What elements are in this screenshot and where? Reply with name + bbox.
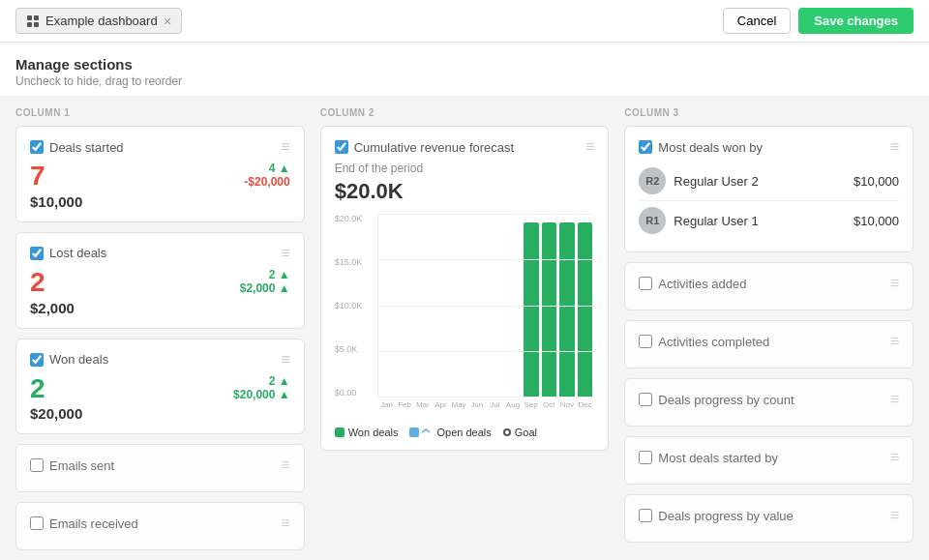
won-deals-drag[interactable]: ≡ [281, 351, 289, 368]
open-deals-icon [421, 427, 433, 437]
legend-open-deals: Open deals [409, 427, 491, 438]
bar-aug [506, 214, 522, 397]
period-label: End of the period [335, 162, 595, 175]
column-2: COLUMN 2 Cumulative revenue forecast ≡ E… [313, 107, 617, 560]
revenue-forecast-checkbox[interactable] [335, 140, 348, 154]
section-header: Manage sections Uncheck to hide, drag to… [0, 43, 929, 96]
won-deals-value: $20,000 [30, 405, 82, 422]
cancel-button[interactable]: Cancel [723, 8, 791, 34]
chart-y-axis: $20.0K $15.0K $10.0K $5.0K $0.00 [335, 214, 377, 417]
emails-sent-checkbox[interactable] [30, 458, 44, 472]
dashboard-icon [26, 15, 40, 28]
bar-mar [416, 214, 432, 397]
chart-legend: Won deals Open deals Goal [335, 427, 595, 438]
most-deals-started-drag[interactable]: ≡ [890, 449, 899, 466]
deals-started-checkbox[interactable] [30, 140, 44, 154]
revenue-forecast-card: Cumulative revenue forecast ≡ End of the… [320, 126, 610, 451]
bar-dec [578, 214, 593, 397]
column-3: COLUMN 3 Most deals won by ≡ R2 Regular … [616, 107, 914, 560]
activities-completed-title: Activities completed [658, 335, 769, 349]
won-deals-stat-count: 2 ▲ [233, 374, 290, 388]
most-deals-started-title: Most deals started by [658, 451, 778, 465]
bar-jun [469, 214, 485, 397]
svg-rect-0 [27, 15, 32, 20]
bar-jan [380, 214, 396, 397]
most-deals-won-title: Most deals won by [658, 140, 763, 155]
won-deals-card: Won deals ≡ 2 $20,000 2 ▲ $20,000 ▲ [15, 339, 305, 435]
deals-started-value: $10,000 [30, 193, 82, 210]
won-deals-title: Won deals [49, 352, 108, 367]
deals-started-count: 7 [30, 162, 82, 192]
deals-started-card: Deals started ≡ 7 $10,000 4 ▲ -$20,000 [15, 126, 305, 222]
emails-sent-drag[interactable]: ≡ [281, 457, 289, 474]
columns-area: COLUMN 1 Deals started ≡ 7 $10,000 4 ▲ [0, 96, 929, 560]
deals-progress-count-title: Deals progress by count [658, 393, 794, 407]
deals-progress-count-card: Deals progress by count ≡ [624, 378, 914, 427]
user-name-r2: Regular User 2 [674, 174, 758, 189]
most-deals-started-card: Most deals started by ≡ [624, 436, 914, 485]
dashboard-tab[interactable]: Example dashboard × [15, 8, 182, 34]
emails-received-card: Emails received ≡ [15, 502, 305, 550]
lost-deals-checkbox[interactable] [30, 247, 44, 260]
lost-deals-card: Lost deals ≡ 2 $2,000 2 ▲ $2,000 ▲ [15, 232, 305, 329]
emails-received-title: Emails received [49, 516, 138, 531]
won-deals-checkbox[interactable] [30, 353, 44, 367]
bar-may [452, 214, 467, 397]
bar-apr [434, 214, 449, 397]
col2-label: COLUMN 2 [320, 107, 610, 118]
lost-deals-count: 2 [30, 268, 75, 298]
lost-deals-drag[interactable]: ≡ [281, 245, 289, 262]
deals-started-title: Deals started [49, 140, 124, 155]
deals-progress-value-drag[interactable]: ≡ [890, 507, 899, 524]
activities-completed-checkbox[interactable] [639, 335, 652, 348]
activities-completed-drag[interactable]: ≡ [890, 333, 899, 350]
deals-progress-value-title: Deals progress by value [658, 509, 793, 523]
won-deals-count: 2 [30, 374, 82, 404]
save-button[interactable]: Save changes [798, 8, 914, 34]
close-tab-icon[interactable]: × [164, 13, 172, 29]
chart-bars [377, 214, 595, 398]
page-title: Manage sections [15, 56, 914, 73]
lost-deals-stat-count: 2 ▲ [240, 268, 290, 281]
deals-progress-count-checkbox[interactable] [639, 393, 652, 406]
top-bar: Example dashboard × Cancel Save changes [0, 0, 929, 43]
page-subtitle: Uncheck to hide, drag to reorder [15, 74, 914, 88]
most-deals-won-card: Most deals won by ≡ R2 Regular User 2 $1… [624, 126, 914, 252]
bar-nov [559, 214, 575, 397]
user-row-r2: R2 Regular User 2 $10,000 [639, 162, 899, 201]
deals-progress-value-checkbox[interactable] [639, 509, 652, 522]
top-bar-actions: Cancel Save changes [723, 8, 914, 34]
user-amount-r1: $10,000 [854, 214, 899, 228]
user-name-r1: Regular User 1 [674, 214, 758, 228]
lost-deals-stat-amount: $2,000 ▲ [240, 281, 290, 295]
won-deals-stat-amount: $20,000 ▲ [233, 388, 290, 401]
svg-rect-2 [27, 22, 32, 27]
most-deals-won-drag[interactable]: ≡ [890, 138, 899, 156]
most-deals-won-checkbox[interactable] [639, 140, 652, 154]
activities-added-card: Activities added ≡ [624, 262, 914, 310]
emails-received-drag[interactable]: ≡ [281, 515, 289, 532]
revenue-forecast-drag[interactable]: ≡ [585, 138, 594, 156]
deals-progress-count-drag[interactable]: ≡ [890, 391, 899, 408]
dashboard-tab-name: Example dashboard [45, 14, 158, 28]
activities-added-title: Activities added [658, 277, 746, 291]
revenue-forecast-title: Cumulative revenue forecast [354, 140, 514, 155]
emails-sent-title: Emails sent [49, 458, 114, 473]
period-value: $20.0K [335, 179, 595, 204]
user-row-r1: R1 Regular User 1 $10,000 [639, 201, 899, 240]
svg-rect-1 [34, 15, 39, 20]
lost-deals-value: $2,000 [30, 300, 75, 316]
legend-goal: Goal [503, 427, 537, 438]
chart-x-axis: Jan Feb Mar Apr May Jun Jul Aug Sep Oct … [377, 400, 595, 409]
svg-rect-3 [34, 22, 39, 27]
avatar-r2: R2 [639, 167, 666, 194]
emails-received-checkbox[interactable] [30, 516, 44, 530]
most-deals-started-checkbox[interactable] [639, 451, 652, 464]
activities-added-checkbox[interactable] [639, 277, 652, 290]
users-list: R2 Regular User 2 $10,000 R1 Regular Use… [639, 162, 899, 240]
deals-started-stat-count: 4 ▲ [244, 162, 289, 175]
deals-started-drag[interactable]: ≡ [281, 138, 289, 156]
activities-added-drag[interactable]: ≡ [890, 275, 899, 292]
chart-container: $20.0K $15.0K $10.0K $5.0K $0.00 [335, 214, 595, 438]
bar-sep [524, 214, 539, 397]
